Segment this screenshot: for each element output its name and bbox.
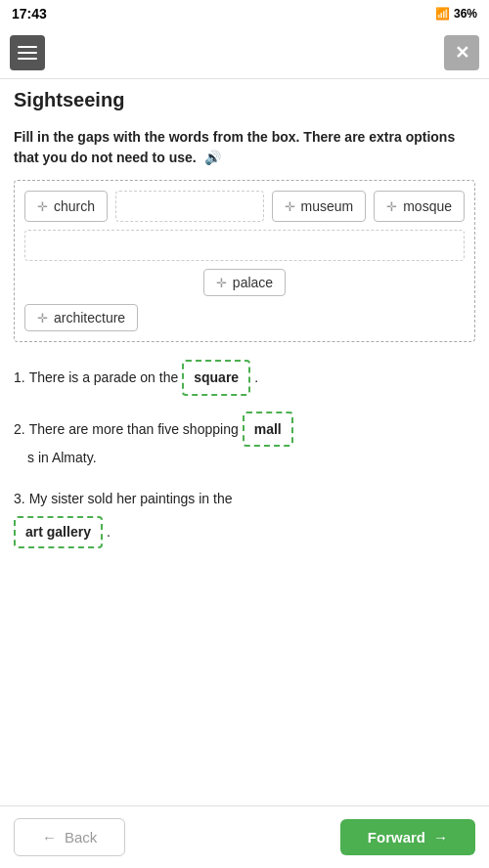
- word-label: mosque: [403, 198, 452, 214]
- word-chip-palace[interactable]: ✛ palace: [203, 269, 286, 296]
- hamburger-line: [18, 46, 37, 48]
- drag-icon: ✛: [285, 199, 295, 214]
- forward-button[interactable]: Forward →: [340, 819, 475, 855]
- main-content: Fill in the gaps with the words from the…: [0, 117, 489, 805]
- sentence-3: 3. My sister sold her paintings in the a…: [14, 486, 475, 548]
- sentence-2: 2. There are more than five shopping mal…: [14, 412, 475, 470]
- back-button[interactable]: ← Back: [14, 818, 125, 856]
- bottom-nav: ← Back Forward →: [0, 805, 489, 868]
- drag-icon: ✛: [37, 311, 48, 326]
- battery-icon: 36%: [454, 7, 477, 21]
- sentence-2-after: s in Almaty.: [27, 450, 97, 465]
- word-chip-mosque[interactable]: ✛ mosque: [374, 191, 465, 222]
- sentence-3-answer: art gallery: [14, 516, 103, 549]
- status-bar: 17:43 📶 36%: [0, 0, 489, 27]
- word-label: church: [54, 198, 95, 214]
- drag-icon: ✛: [386, 199, 397, 214]
- forward-label: Forward: [368, 829, 425, 846]
- sentence-3-number: 3.: [14, 486, 25, 512]
- word-label: architecture: [54, 310, 125, 326]
- word-label: palace: [233, 275, 273, 290]
- signal-icon: 📶: [435, 7, 450, 21]
- page-title: Sightseeing: [0, 79, 489, 117]
- sentence-2-answer: mall: [243, 412, 293, 448]
- top-nav: ✕: [0, 27, 489, 79]
- close-button[interactable]: ✕: [444, 35, 479, 70]
- empty-slot-1: [115, 191, 263, 222]
- status-time: 17:43: [12, 6, 47, 22]
- sentence-2-number: 2.: [14, 416, 25, 443]
- audio-icon[interactable]: 🔊: [204, 148, 221, 168]
- drag-icon: ✛: [216, 276, 227, 290]
- drag-icon: ✛: [37, 199, 48, 214]
- sentence-1-answer: square: [182, 360, 250, 396]
- word-label: museum: [301, 198, 354, 214]
- forward-arrow-icon: →: [433, 829, 448, 846]
- back-label: Back: [65, 829, 97, 846]
- hamburger-line: [18, 52, 37, 54]
- menu-button[interactable]: [10, 35, 45, 70]
- sentence-1-after: .: [254, 365, 258, 391]
- back-arrow-icon: ←: [42, 829, 57, 846]
- instruction-text: Fill in the gaps with the words from the…: [14, 127, 475, 168]
- word-chip-church[interactable]: ✛ church: [24, 191, 108, 222]
- hamburger-line: [18, 58, 37, 60]
- empty-slot-2: [24, 230, 465, 261]
- word-chip-museum[interactable]: ✛ museum: [272, 191, 367, 222]
- sentence-1-before: There is a parade on the: [29, 365, 179, 391]
- sentence-3-after: .: [107, 521, 111, 544]
- sentence-1: 1. There is a parade on the square .: [14, 360, 475, 396]
- sentence-2-before: There are more than five shopping: [29, 416, 239, 443]
- sentence-3-before: My sister sold her paintings in the: [29, 486, 233, 512]
- word-chip-architecture[interactable]: ✛ architecture: [24, 304, 138, 331]
- word-box: ✛ church ✛ museum ✛ mosque ✛ palace ✛ ar…: [14, 180, 475, 342]
- sentence-1-number: 1.: [14, 365, 25, 391]
- status-icons: 📶 36%: [435, 7, 477, 21]
